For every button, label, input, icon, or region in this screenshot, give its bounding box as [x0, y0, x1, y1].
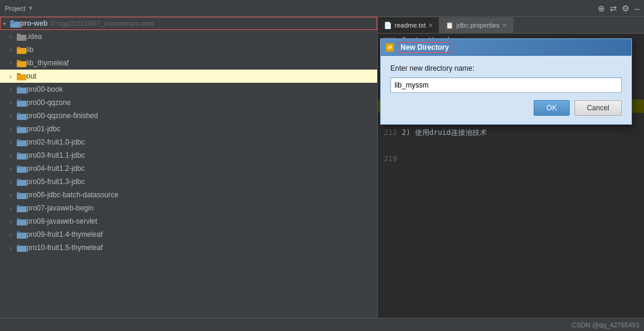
- root-path: D:\sgg2021\0927_javaweb\pro-web: [50, 20, 154, 27]
- editor-tabs: 📄 readme.txt ✕ 📋 jdbc.properties ✕: [378, 17, 644, 34]
- dialog-buttons: OK Cancel: [390, 100, 622, 116]
- item-label: pro09-fruit1.4-thymeleaf: [26, 230, 103, 239]
- sidebar-item-pro00-qqzone-finished[interactable]: › pro00-qqzone-finished: [0, 109, 377, 122]
- editor-content: 205 ContextLoader 206 1．解析IOC的配 207 2．将I…: [378, 34, 644, 318]
- svg-rect-10: [17, 73, 20, 75]
- sidebar-item-pro04[interactable]: › pro04-fruit1.2-jdbc: [0, 162, 377, 175]
- chevron-icon: ›: [10, 34, 16, 40]
- item-label: lib: [26, 46, 34, 54]
- sidebar-item-pro09[interactable]: › pro09-fruit1.4-thymeleaf: [0, 228, 377, 241]
- item-label: pro05-fruit1.3-jdbc: [26, 177, 85, 186]
- item-label: pro02-fruit1.0-jdbc: [26, 138, 85, 146]
- tab-close-icon[interactable]: ✕: [428, 22, 433, 29]
- svg-rect-16: [17, 113, 20, 115]
- sidebar-item-pro05[interactable]: › pro05-fruit1.3-jdbc: [0, 175, 377, 188]
- chevron-icon: ›: [10, 205, 16, 211]
- svg-rect-23: [17, 167, 26, 173]
- svg-rect-12: [17, 86, 20, 88]
- svg-rect-27: [17, 193, 26, 199]
- module-icon: [17, 244, 26, 252]
- project-tree[interactable]: ▾ pro-web D:\sgg2021\0927_javaweb\pro-we…: [0, 17, 378, 318]
- svg-rect-22: [17, 152, 20, 154]
- svg-rect-6: [17, 47, 20, 49]
- sidebar-item-lib[interactable]: › lib: [0, 43, 377, 56]
- module-icon: [17, 112, 26, 120]
- folder-icon: [17, 73, 26, 80]
- tab-jdbc-properties[interactable]: 📋 jdbc.properties ✕: [440, 17, 513, 33]
- module-icon: [17, 165, 26, 173]
- svg-rect-5: [17, 48, 26, 54]
- svg-rect-26: [17, 179, 20, 180]
- dialog-body: Enter new directory name: OK Cancel: [381, 56, 631, 124]
- svg-rect-36: [17, 245, 20, 246]
- item-label: .idea: [26, 32, 42, 41]
- item-label: pro04-fruit1.2-jdbc: [26, 164, 85, 173]
- scroll-from-source-icon[interactable]: ⇄: [610, 4, 617, 13]
- item-label: pro01-jdbc: [26, 125, 61, 133]
- chevron-icon: ›: [10, 113, 16, 119]
- tab-label: jdbc.properties: [456, 22, 499, 29]
- minimize-icon[interactable]: –: [634, 4, 639, 13]
- svg-rect-3: [17, 35, 26, 41]
- tab-close-icon[interactable]: ✕: [502, 22, 507, 29]
- item-label: pro08-javaweb-servlet: [26, 217, 97, 225]
- sidebar-item-out[interactable]: › out: [0, 70, 377, 83]
- sidebar-item-pro08[interactable]: › pro08-javaweb-servlet: [0, 215, 377, 228]
- sidebar-item-pro10[interactable]: › pro10-fruit1.5-thymeleaf: [0, 241, 377, 254]
- ok-button[interactable]: OK: [534, 100, 569, 116]
- add-icon[interactable]: ⊕: [598, 4, 605, 13]
- panel-title: Project ▼: [5, 5, 34, 12]
- svg-rect-24: [17, 166, 20, 167]
- sidebar-item-pro00-qqzone[interactable]: › pro00-qqzone: [0, 96, 377, 109]
- folder-icon: [17, 59, 26, 67]
- panel-dropdown-icon[interactable]: ▼: [28, 5, 34, 11]
- tab-icon: 📄: [384, 22, 392, 29]
- module-icon: [17, 99, 26, 107]
- svg-rect-31: [17, 219, 26, 225]
- sidebar-item-pro06[interactable]: › pro06-jdbc-batch-datasource: [0, 188, 377, 201]
- svg-rect-15: [17, 114, 26, 120]
- cancel-button[interactable]: Cancel: [574, 100, 622, 116]
- sidebar-item-pro02-fruit10-jdbc[interactable]: › pro02-fruit1.0-jdbc: [0, 136, 377, 149]
- sidebar-item-pro03[interactable]: › pro03-fruit1.1-jdbc: [0, 149, 377, 162]
- module-icon: [17, 218, 26, 225]
- svg-rect-25: [17, 180, 26, 186]
- tab-icon: 📋: [446, 22, 454, 29]
- main-layout: ▾ pro-web D:\sgg2021\0927_javaweb\pro-we…: [0, 17, 644, 318]
- panel-title-text: Project: [5, 5, 25, 12]
- tab-label: readme.txt: [395, 22, 426, 29]
- chevron-icon: ▾: [3, 20, 9, 26]
- sidebar-item-idea[interactable]: › .idea: [0, 30, 377, 43]
- sidebar-item-pro00-book[interactable]: › pro00-book: [0, 83, 377, 96]
- svg-rect-20: [17, 139, 20, 141]
- svg-rect-30: [17, 205, 20, 207]
- module-icon: [17, 204, 26, 212]
- dialog-title-text: New Directory: [398, 42, 452, 53]
- item-label: pro03-fruit1.1-jdbc: [26, 151, 85, 160]
- panel-toolbar: ⊕ ⇄ ⚙ –: [598, 4, 639, 13]
- dialog-overlay: 📁 New Directory Enter new directory name…: [378, 34, 644, 318]
- dialog-prompt-label: Enter new directory name:: [390, 64, 622, 73]
- project-folder-icon: [10, 20, 20, 28]
- sidebar-item-pro01-jdbc[interactable]: › pro01-jdbc: [0, 122, 377, 136]
- svg-rect-33: [17, 233, 26, 239]
- svg-rect-21: [17, 154, 26, 160]
- chevron-icon: ›: [10, 218, 16, 224]
- settings-icon[interactable]: ⚙: [622, 4, 630, 13]
- status-bar: CSDN @qq_42765493: [0, 318, 644, 331]
- sidebar-item-lib-thymeleaf[interactable]: › lib_thymeleaf: [0, 56, 377, 70]
- editor-area: 📄 readme.txt ✕ 📋 jdbc.properties ✕ 205 C…: [378, 17, 644, 318]
- sidebar-item-pro07[interactable]: › pro07-javaweb-begin: [0, 201, 377, 215]
- svg-rect-19: [17, 140, 26, 146]
- module-icon: [17, 178, 26, 186]
- module-icon: [17, 125, 26, 133]
- dialog-title-bar: 📁 New Directory: [381, 39, 631, 56]
- new-directory-input[interactable]: [390, 77, 622, 93]
- item-label: pro00-qqzone: [26, 98, 71, 107]
- tab-readme[interactable]: 📄 readme.txt ✕: [378, 17, 440, 33]
- chevron-icon: ›: [10, 73, 16, 79]
- svg-rect-28: [17, 192, 20, 194]
- svg-rect-4: [17, 34, 20, 35]
- project-root-item[interactable]: ▾ pro-web D:\sgg2021\0927_javaweb\pro-we…: [0, 17, 377, 30]
- svg-rect-11: [17, 88, 26, 94]
